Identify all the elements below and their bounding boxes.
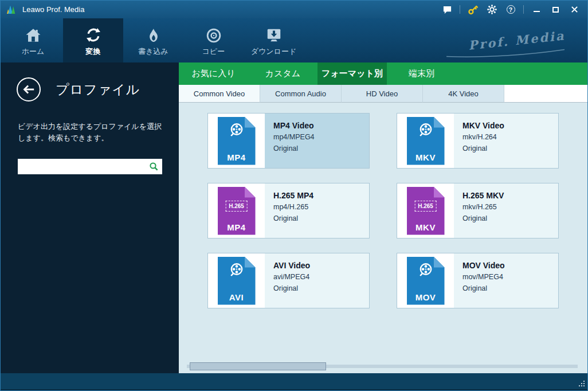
convert-icon — [84, 24, 103, 44]
profile-quality: Original — [273, 144, 367, 153]
format-badge: MKV — [407, 153, 445, 162]
profile-card-mp4[interactable]: MP4 MP4 Video mp4/MPEG4 Original — [207, 113, 370, 169]
profile-card-mov[interactable]: MOV MOV Video mov/MPEG4 Original — [397, 253, 559, 308]
leawo-logo-icon — [6, 5, 18, 14]
format-icon-mkv: MKV — [397, 114, 454, 168]
tab-favorites[interactable]: お気に入り — [179, 62, 248, 85]
film-reel-icon — [224, 262, 249, 277]
nav-label: 書き込み — [138, 46, 168, 57]
profile-format: mkv/H.265 — [462, 203, 556, 211]
download-icon — [265, 24, 283, 44]
profile-card-h265-mp4[interactable]: H.265 MP4 H.265 MP4 mp4/H.265 Original — [207, 183, 370, 238]
format-badge: MOV — [407, 292, 445, 302]
burn-flame-icon — [146, 24, 162, 44]
profile-quality: Original — [462, 144, 556, 153]
settings-gear-icon[interactable] — [485, 4, 498, 15]
format-icon-avi: AVI — [208, 253, 265, 308]
profile-card-avi[interactable]: AVI AVI Video avi/MPEG4 Original — [207, 253, 370, 308]
profile-format: mov/MPEG4 — [462, 273, 556, 281]
profile-card-mkv[interactable]: MKV MKV Video mkv/H.264 Original — [397, 113, 559, 169]
close-button[interactable] — [568, 4, 581, 15]
profile-grid: MP4 MP4 Video mp4/MPEG4 Original — [179, 103, 587, 373]
back-button[interactable] — [17, 77, 41, 101]
titlebar-separator — [523, 5, 524, 14]
search-box — [18, 159, 162, 174]
profile-quality: Original — [462, 214, 556, 222]
profile-title: MKV Video — [462, 121, 556, 130]
profile-format: mp4/MPEG4 — [273, 133, 367, 141]
nav-item-download[interactable]: ダウンロード — [244, 18, 304, 62]
main-nav: ホーム 変換 — [1, 18, 587, 62]
profile-format: avi/MPEG4 — [273, 273, 367, 281]
profile-quality: Original — [273, 284, 367, 292]
profile-card-h265-mkv[interactable]: H.265 MKV H.265 MKV mkv/H.265 Original — [397, 183, 559, 238]
disc-icon — [206, 24, 222, 44]
profile-title: H.265 MP4 — [273, 191, 367, 200]
tab-hd-video[interactable]: HD Video — [342, 85, 423, 103]
format-icon-mp4: MP4 — [208, 114, 265, 168]
maximize-button[interactable] — [549, 4, 562, 15]
profile-title: AVI Video — [273, 261, 367, 270]
nav-item-convert[interactable]: 変換 — [63, 18, 123, 62]
profile-description: ビデオ出力を設定するプロファイルを選択します。検索もできます。 — [18, 121, 164, 144]
app-window: Leawo Prof. Media — [0, 0, 588, 391]
help-icon[interactable]: ? — [504, 4, 517, 15]
titlebar: Leawo Prof. Media — [1, 1, 587, 18]
sidebar: プロファイル ビデオ出力を設定するプロファイルを選択します。検索もできます。 — [1, 62, 179, 373]
category-tabbar: Common Video Common Audio HD Video 4K Vi… — [179, 85, 587, 103]
search-icon[interactable] — [149, 162, 159, 171]
arrow-left-icon — [22, 84, 36, 95]
format-badge: MP4 — [218, 222, 256, 232]
tab-custom[interactable]: カスタム — [248, 62, 317, 85]
profile-title: MOV Video — [462, 261, 556, 270]
nav-label: コピー — [202, 46, 225, 57]
format-icon-h265-mp4: H.265 MP4 — [208, 183, 265, 238]
minimize-button[interactable] — [530, 4, 543, 15]
resize-grip-icon[interactable] — [579, 381, 585, 387]
tab-common-audio[interactable]: Common Audio — [260, 85, 342, 103]
feedback-bubble-icon[interactable] — [441, 4, 453, 15]
profile-quality: Original — [462, 284, 556, 292]
format-badge: AVI — [218, 292, 256, 302]
tab-4k-video[interactable]: 4K Video — [423, 85, 504, 103]
tab-by-device[interactable]: 端末別 — [387, 62, 456, 85]
titlebar-separator — [460, 5, 460, 14]
tabbar-filler — [504, 85, 587, 103]
film-reel-icon — [413, 262, 438, 277]
nav-item-home[interactable]: ホーム — [3, 18, 63, 62]
home-icon — [25, 24, 42, 44]
film-reel-icon — [413, 122, 438, 137]
nav-label: ダウンロード — [251, 46, 297, 57]
profile-title: H.265 MKV — [462, 191, 556, 200]
profile-format: mkv/H.264 — [462, 133, 556, 141]
nav-label: ホーム — [22, 46, 45, 57]
nav-item-burn[interactable]: 書き込み — [123, 18, 183, 62]
format-tabbar: お気に入り カスタム フォーマット別 端末別 — [179, 62, 587, 85]
nav-item-copy[interactable]: コピー — [183, 18, 244, 62]
nav-label: 変換 — [86, 46, 101, 57]
format-icon-h265-mkv: H.265 MKV — [397, 183, 454, 238]
profile-quality: Original — [273, 214, 367, 222]
page-fold — [245, 187, 256, 198]
h265-frame: H.265 — [414, 201, 437, 212]
content-pane: お気に入り カスタム フォーマット別 端末別 Common Video Comm… — [179, 62, 587, 373]
statusbar — [1, 373, 587, 390]
tab-by-format[interactable]: フォーマット別 — [317, 62, 387, 85]
profile-format: mp4/H.265 — [273, 203, 367, 211]
horizontal-scrollbar — [187, 362, 578, 370]
format-badge: MP4 — [218, 153, 256, 162]
tab-common-video[interactable]: Common Video — [179, 85, 260, 103]
register-key-icon[interactable] — [467, 4, 479, 15]
film-reel-icon — [224, 122, 249, 137]
scrollbar-thumb[interactable] — [190, 362, 326, 370]
page-fold — [434, 187, 445, 198]
window-title: Leawo Prof. Media — [22, 5, 84, 14]
profile-title: MP4 Video — [273, 121, 367, 130]
format-badge: MKV — [407, 222, 445, 232]
format-icon-mov: MOV — [397, 253, 454, 308]
h265-frame: H.265 — [225, 201, 248, 212]
page-title: プロファイル — [56, 81, 140, 99]
search-input[interactable] — [18, 159, 149, 174]
